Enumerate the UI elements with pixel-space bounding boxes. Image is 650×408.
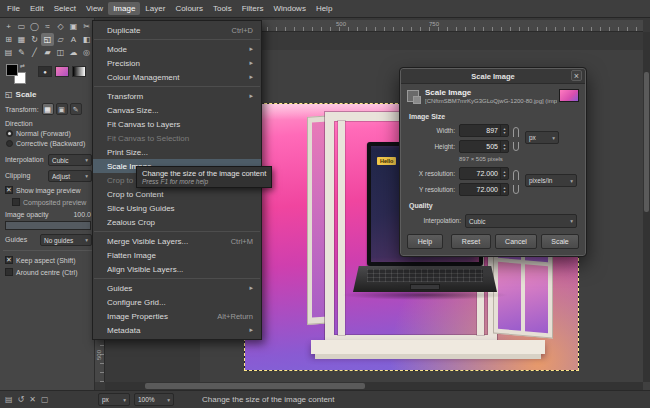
brush-preview[interactable]: ● bbox=[38, 66, 52, 77]
move-tool-icon[interactable]: + bbox=[2, 20, 15, 33]
rectangle-select-tool-icon[interactable]: ▭ bbox=[15, 20, 28, 33]
scale-tool-icon[interactable]: ◱ bbox=[41, 33, 54, 46]
menu-item-transform[interactable]: Transform▸ bbox=[93, 89, 261, 103]
menu-item-canvas-size[interactable]: Canvas Size... bbox=[93, 103, 261, 117]
pencil-tool-icon[interactable]: ✎ bbox=[15, 46, 28, 59]
menu-item-configure-grid[interactable]: Configure Grid... bbox=[93, 295, 261, 309]
menubar-item-tools[interactable]: Tools bbox=[208, 2, 237, 15]
y-resolution-value[interactable]: 72.000 bbox=[460, 184, 500, 195]
menu-item-crop-to-content[interactable]: Crop to Content bbox=[93, 187, 261, 201]
menu-item-fit-canvas-to-layers[interactable]: Fit Canvas to Layers bbox=[93, 117, 261, 131]
menubar-item-edit[interactable]: Edit bbox=[25, 2, 49, 15]
width-value[interactable]: 897 bbox=[460, 125, 500, 136]
select-by-color-tool-icon[interactable]: ▣ bbox=[67, 20, 80, 33]
ellipse-select-tool-icon[interactable]: ◯ bbox=[28, 20, 41, 33]
menu-item-print-size[interactable]: Print Size... bbox=[93, 145, 261, 159]
clone-tool-icon[interactable]: ◫ bbox=[54, 46, 67, 59]
radio-icon[interactable] bbox=[6, 140, 13, 147]
chain-link-icon[interactable] bbox=[513, 127, 519, 151]
checkbox-icon[interactable] bbox=[5, 268, 13, 276]
direction-option-corrective-backward[interactable]: Corrective (Backward) bbox=[6, 140, 85, 147]
help-button[interactable]: Help bbox=[407, 234, 443, 249]
radio-icon[interactable] bbox=[6, 130, 13, 137]
composited-preview-checkbox[interactable]: Composited preview bbox=[12, 198, 86, 206]
rotate-tool-icon[interactable]: ↻ bbox=[28, 33, 41, 46]
menu-item-precision[interactable]: Precision▸ bbox=[93, 56, 261, 70]
pattern-preview[interactable] bbox=[55, 66, 69, 77]
zoom-select[interactable]: 100% ▾ bbox=[134, 393, 174, 406]
scrollbar-thumb[interactable] bbox=[145, 383, 365, 389]
menu-item-zealous-crop[interactable]: Zealous Crop bbox=[93, 215, 261, 229]
y-resolution-input[interactable]: 72.000 ▴▾ bbox=[459, 183, 509, 196]
menu-item-flatten-image[interactable]: Flatten Image bbox=[93, 248, 261, 262]
cancel-button[interactable]: Cancel bbox=[495, 234, 537, 249]
gradient-tool-icon[interactable]: ▤ bbox=[2, 46, 15, 59]
direction-option-normal-forward[interactable]: Normal (Forward) bbox=[6, 130, 85, 137]
menubar-item-view[interactable]: View bbox=[81, 2, 108, 15]
menubar-item-windows[interactable]: Windows bbox=[268, 2, 310, 15]
scale-button[interactable]: Scale bbox=[541, 234, 579, 249]
menubar-item-select[interactable]: Select bbox=[49, 2, 81, 15]
spin-down-icon[interactable]: ▾ bbox=[503, 131, 505, 135]
menu-item-merge-visible-layers[interactable]: Merge Visible Layers...Ctrl+M bbox=[93, 234, 261, 248]
swap-colors-icon[interactable]: ⇄ bbox=[20, 62, 25, 69]
menu-item-align-visible-layers[interactable]: Align Visible Layers... bbox=[93, 262, 261, 276]
delete-tool-preset-icon[interactable]: ✕ bbox=[29, 395, 36, 404]
shear-tool-icon[interactable]: ▱ bbox=[54, 33, 67, 46]
close-icon[interactable]: × bbox=[571, 70, 582, 81]
menubar-item-filters[interactable]: Filters bbox=[237, 2, 269, 15]
fuzzy-select-tool-icon[interactable]: ◇ bbox=[54, 20, 67, 33]
reset-tool-options-icon[interactable]: ▢ bbox=[41, 395, 49, 404]
menubar-item-colours[interactable]: Colours bbox=[170, 2, 208, 15]
smudge-tool-icon[interactable]: ☁ bbox=[67, 46, 80, 59]
text-tool-icon[interactable]: A bbox=[67, 33, 80, 46]
width-spinner[interactable]: ▴▾ bbox=[500, 125, 508, 136]
crop-tool-icon[interactable]: ⊞ bbox=[2, 33, 15, 46]
foreground-color-swatch[interactable] bbox=[6, 64, 18, 76]
resolution-unit-select[interactable]: pixels/in ▾ bbox=[525, 174, 577, 187]
menu-item-guides[interactable]: Guides▸ bbox=[93, 281, 261, 295]
image-opacity-slider[interactable] bbox=[5, 221, 91, 230]
status-unit-select[interactable]: px ▾ bbox=[98, 393, 130, 406]
dialog-titlebar[interactable]: Scale Image × bbox=[401, 69, 585, 84]
menubar-item-help[interactable]: Help bbox=[311, 2, 337, 15]
eraser-tool-icon[interactable]: ▰ bbox=[41, 46, 54, 59]
gradient-preview[interactable] bbox=[72, 66, 86, 77]
horizontal-scrollbar[interactable] bbox=[105, 382, 643, 390]
around-centre-checkbox[interactable]: Around centre (Ctrl) bbox=[5, 268, 77, 276]
checkbox-icon[interactable] bbox=[5, 186, 13, 194]
menu-item-slice-using-guides[interactable]: Slice Using Guides bbox=[93, 201, 261, 215]
menu-item-image-properties[interactable]: Image PropertiesAlt+Return bbox=[93, 309, 261, 323]
spin-down-icon[interactable]: ▾ bbox=[503, 190, 505, 194]
menu-item-metadata[interactable]: Metadata▸ bbox=[93, 323, 261, 337]
restore-tool-preset-icon[interactable]: ↺ bbox=[18, 395, 25, 404]
checkbox-icon[interactable] bbox=[5, 256, 13, 264]
reset-button[interactable]: Reset bbox=[451, 234, 491, 249]
height-input[interactable]: 505 ▴▾ bbox=[459, 140, 509, 153]
menu-item-colour-management[interactable]: Colour Management▸ bbox=[93, 70, 261, 84]
paintbrush-tool-icon[interactable]: ╱ bbox=[28, 46, 41, 59]
chain-link-icon[interactable] bbox=[513, 170, 519, 194]
spin-down-icon[interactable]: ▾ bbox=[503, 174, 505, 178]
menu-item-duplicate[interactable]: DuplicateCtrl+D bbox=[93, 23, 261, 37]
guides-select[interactable]: No guides ▾ bbox=[40, 234, 92, 246]
menubar-item-image[interactable]: Image bbox=[108, 2, 140, 15]
interpolation-select[interactable]: Cubic ▾ bbox=[48, 154, 92, 166]
menubar-item-layer[interactable]: Layer bbox=[140, 2, 170, 15]
scrollbar-thumb[interactable] bbox=[644, 72, 649, 212]
width-input[interactable]: 897 ▴▾ bbox=[459, 124, 509, 137]
x-resolution-spinner[interactable]: ▴▾ bbox=[500, 168, 508, 179]
transform-selection-button[interactable]: ▣ bbox=[56, 103, 68, 115]
save-tool-preset-icon[interactable]: ▤ bbox=[5, 395, 13, 404]
transform-layer-button[interactable]: ▦ bbox=[42, 103, 54, 115]
vertical-scrollbar[interactable] bbox=[643, 32, 650, 382]
spin-down-icon[interactable]: ▾ bbox=[503, 147, 505, 151]
x-resolution-value[interactable]: 72.000 bbox=[460, 168, 500, 179]
menubar-item-file[interactable]: File bbox=[2, 2, 25, 15]
keep-aspect-checkbox[interactable]: Keep aspect (Shift) bbox=[5, 256, 76, 264]
menu-item-mode[interactable]: Mode▸ bbox=[93, 42, 261, 56]
checkbox-icon[interactable] bbox=[12, 198, 20, 206]
x-resolution-input[interactable]: 72.000 ▴▾ bbox=[459, 167, 509, 180]
unit-select[interactable]: px ▾ bbox=[525, 131, 559, 144]
free-select-tool-icon[interactable]: ≈ bbox=[41, 20, 54, 33]
